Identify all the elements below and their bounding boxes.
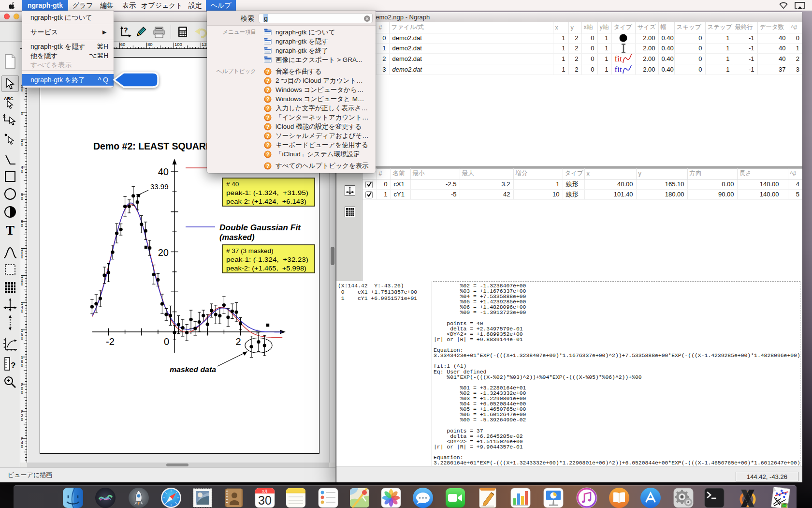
- svg-text:0: 0: [21, 363, 23, 368]
- svg-text:peak-1: (-1.324, +32.23): peak-1: (-1.324, +32.23): [226, 256, 308, 263]
- svg-text:ABC: ABC: [4, 96, 14, 101]
- svg-text:?: ?: [266, 115, 270, 120]
- svg-text:?: ?: [266, 78, 270, 84]
- svg-text:0: 0: [21, 88, 23, 92]
- svg-text:?: ?: [266, 105, 270, 111]
- svg-text:2: 2: [235, 336, 241, 347]
- svg-text:0: 0: [21, 196, 23, 201]
- svg-text:T: T: [6, 223, 14, 237]
- svg-text:0: 0: [21, 309, 23, 314]
- svg-text:peak-2: (+1.424, +6.143): peak-2: (+1.424, +6.143): [226, 198, 306, 205]
- svg-text:33.99: 33.99: [150, 182, 169, 191]
- svg-text:?: ?: [266, 133, 270, 139]
- svg-text:-2: -2: [106, 336, 115, 347]
- svg-text:?: ?: [124, 26, 128, 34]
- svg-text:0: 0: [21, 417, 23, 422]
- svg-text:?: ?: [266, 96, 270, 102]
- svg-text:3月: 3月: [262, 489, 268, 493]
- svg-text:0: 0: [164, 336, 169, 347]
- svg-text:?: ?: [266, 124, 270, 130]
- svg-text:0: 0: [21, 254, 23, 259]
- svg-text:40: 40: [158, 166, 169, 177]
- svg-text:0: 0: [21, 336, 23, 341]
- svg-text:?: ?: [11, 361, 15, 370]
- svg-text:?: ?: [266, 151, 270, 157]
- svg-text:20: 20: [158, 247, 169, 258]
- svg-text:60: 60: [120, 42, 126, 47]
- svg-text:# 37 (3 masked): # 37 (3 masked): [226, 247, 274, 254]
- svg-text:80: 80: [147, 42, 153, 47]
- svg-text:0: 0: [21, 111, 23, 116]
- svg-text:peak-2: (+1.465, +5.998): peak-2: (+1.465, +5.998): [226, 265, 306, 272]
- svg-text:?: ?: [266, 142, 270, 148]
- svg-text:masked data: masked data: [170, 365, 216, 374]
- svg-text:# 40: # 40: [226, 180, 239, 188]
- svg-text:?: ?: [266, 87, 270, 93]
- svg-text:(masked): (masked): [219, 233, 255, 241]
- svg-text:100: 100: [174, 42, 182, 47]
- svg-text:Double Gaussian Fit: Double Gaussian Fit: [219, 223, 302, 232]
- svg-text:?: ?: [266, 69, 270, 75]
- svg-text:30: 30: [258, 493, 272, 507]
- svg-text:peak-1: (-1.324, +31.95): peak-1: (-1.324, +31.95): [226, 189, 308, 196]
- svg-text:0: 0: [21, 142, 23, 147]
- svg-text:0: 0: [21, 223, 23, 228]
- svg-text:0: 0: [21, 444, 23, 449]
- svg-text:?: ?: [266, 163, 270, 169]
- svg-text:0: 0: [21, 282, 23, 286]
- svg-text:0: 0: [21, 169, 23, 174]
- svg-text:0: 0: [21, 390, 23, 395]
